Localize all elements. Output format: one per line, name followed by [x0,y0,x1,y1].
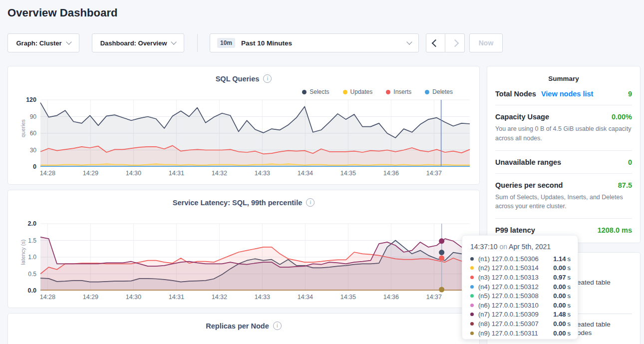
svg-text:14:28: 14:28 [40,294,55,301]
svg-text:1.5: 1.5 [28,237,36,244]
service-latency-title: Service Latency: SQL, 99th percentile [173,199,303,207]
svg-text:14:37: 14:37 [426,294,442,301]
svg-text:30: 30 [30,147,37,154]
event-item-fragment[interactable]: eated table [577,279,611,286]
total-nodes-row: Total Nodes View nodes list 9 [487,82,640,105]
chevron-down-icon [406,39,412,44]
svg-text:14:29: 14:29 [83,170,98,177]
svg-text:2.0: 2.0 [28,220,36,227]
capacity-usage-value: 0.00% [612,113,632,121]
capacity-usage-label: Capacity Usage [495,113,549,121]
legend-dot-icon [386,90,390,94]
sql-queries-title: SQL Queries [216,75,260,83]
chevron-down-icon [171,39,177,44]
summary-title: Summary [487,66,640,82]
svg-text:14:33: 14:33 [255,170,270,177]
queries-per-second-row: Queries per second 87.5 Sum of Selects, … [487,174,640,219]
svg-text:14:34: 14:34 [298,170,313,177]
tooltip-node-row: (n1) 127.0.0.1:503061.14s [470,254,571,264]
svg-text:14:32: 14:32 [212,294,227,301]
unavailable-ranges-row: Unavailable ranges 0 [487,151,640,173]
toolbar-divider [197,34,198,52]
tooltip-node-row: (n7) 127.0.0.1:503091.48s [470,310,571,320]
tooltip-node-row: (n5) 127.0.0.1:503080.00s [470,291,571,301]
now-button[interactable]: Now [469,33,503,52]
node-color-dot-icon [470,332,474,335]
queries-per-second-description: Sum of Selects, Updates, Inserts, and De… [495,193,632,212]
tooltip-node-row: (n9) 127.0.0.1:503110.00s [470,329,571,338]
capacity-usage-description: You are using 0 B of 4.5 GiB usable disk… [495,124,632,143]
legend-dot-icon [425,90,429,94]
graph-dropdown-label: Graph: Cluster [16,39,61,47]
tooltip-node-list: (n1) 127.0.0.1:503061.14s(n2) 127.0.0.1:… [470,254,571,338]
info-icon[interactable]: i [263,74,272,83]
svg-text:90: 90 [30,113,37,120]
svg-text:14:35: 14:35 [340,170,356,177]
tooltip-node-row: (n2) 127.0.0.1:503140.00s [470,264,571,273]
service-latency-chart[interactable]: 14:2814:2914:3014:3114:3214:3314:3414:35… [8,218,479,304]
svg-text:60: 60 [30,130,37,137]
prev-time-button[interactable] [426,33,445,52]
svg-text:0.5: 0.5 [28,271,36,278]
unavailable-ranges-value: 0 [628,158,632,166]
tooltip-node-row: (n6) 127.0.0.1:503100.00s [470,301,571,310]
service-latency-panel: Service Latency: SQL, 99th percentile i … [7,190,480,308]
node-color-dot-icon [470,322,474,326]
p99-latency-label: P99 latency [495,226,535,234]
time-range-label: Past 10 Minutes [241,39,401,47]
svg-text:14:37: 14:37 [426,170,442,177]
svg-text:14:34: 14:34 [298,294,313,301]
svg-text:14:33: 14:33 [255,294,270,301]
tooltip-node-row: (n3) 127.0.0.1:503130.97s [470,273,571,282]
event-item-fragment[interactable]: odes [577,329,592,337]
capacity-usage-row: Capacity Usage 0.00% You are using 0 B o… [487,105,640,150]
node-color-dot-icon [470,257,474,261]
sql-queries-chart[interactable]: 14:2814:2914:3014:3114:3214:3314:3414:35… [8,94,479,180]
replicas-per-node-panel: Replicas per Node i [7,313,480,344]
legend-dot-icon [343,90,347,94]
queries-per-second-value: 87.5 [618,181,632,189]
node-color-dot-icon [470,313,474,316]
svg-text:14:28: 14:28 [40,170,55,177]
queries-per-second-label: Queries per second [495,181,563,189]
replicas-per-node-title: Replicas per Node [206,322,269,330]
view-nodes-list-link[interactable]: View nodes list [541,90,594,98]
tooltip-node-row: (n8) 127.0.0.1:503070.00s [470,319,571,329]
svg-text:14:32: 14:32 [212,170,227,177]
event-item-fragment[interactable]: eated table [577,321,611,328]
tooltip-timestamp: 14:37:10 on Apr 5th, 2021 [470,243,571,251]
svg-text:14:36: 14:36 [383,170,399,177]
dashboard-dropdown-label: Dashboard: Overview [100,39,167,47]
svg-text:0.0: 0.0 [28,287,36,294]
tooltip-node-row: (n4) 127.0.0.1:503120.00s [470,282,571,292]
node-color-dot-icon [470,285,474,289]
svg-text:120: 120 [26,96,36,103]
node-color-dot-icon [470,304,474,307]
svg-text:14:29: 14:29 [83,294,98,301]
chevron-down-icon [66,39,71,44]
svg-text:14:31: 14:31 [169,294,184,301]
info-icon[interactable]: i [273,322,282,330]
time-range-badge: 10m [217,38,235,48]
unavailable-ranges-label: Unavailable ranges [495,158,561,166]
total-nodes-value: 9 [628,90,632,98]
next-time-button[interactable] [445,33,465,52]
graph-dropdown[interactable]: Graph: Cluster [7,33,79,52]
chevron-right-icon [451,39,459,47]
info-icon[interactable]: i [306,198,315,207]
overview-dashboard-page: { "page": { "title": "Overview Dashboard… [0,0,644,344]
node-color-dot-icon [470,294,474,298]
summary-panel: Summary Total Nodes View nodes list 9 Ca… [487,66,641,243]
svg-text:0: 0 [33,163,36,170]
time-range-picker[interactable]: 10m Past 10 Minutes [210,33,419,52]
chevron-left-icon [432,39,440,47]
chart-hover-tooltip: 14:37:10 on Apr 5th, 2021 (n1) 127.0.0.1… [462,235,578,340]
p99-latency-value: 1208.0 ms [598,226,632,234]
svg-text:1.0: 1.0 [28,254,36,261]
total-nodes-label: Total Nodes [495,90,536,98]
page-title: Overview Dashboard [7,6,118,19]
svg-text:14:31: 14:31 [169,170,184,177]
dashboard-dropdown[interactable]: Dashboard: Overview [92,33,184,52]
svg-text:14:35: 14:35 [340,294,356,301]
sql-queries-panel: SQL Queries i SelectsUpdatesInsertsDelet… [7,66,480,185]
